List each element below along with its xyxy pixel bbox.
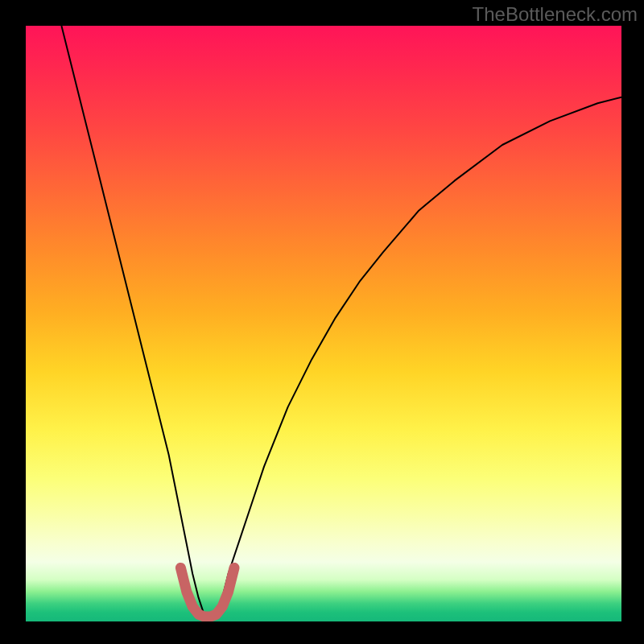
chart-svg xyxy=(26,26,621,621)
bottleneck-curve xyxy=(61,26,621,618)
trough-marker xyxy=(180,568,234,617)
plot-area xyxy=(26,26,621,621)
watermark-text: TheBottleneck.com xyxy=(473,3,638,26)
